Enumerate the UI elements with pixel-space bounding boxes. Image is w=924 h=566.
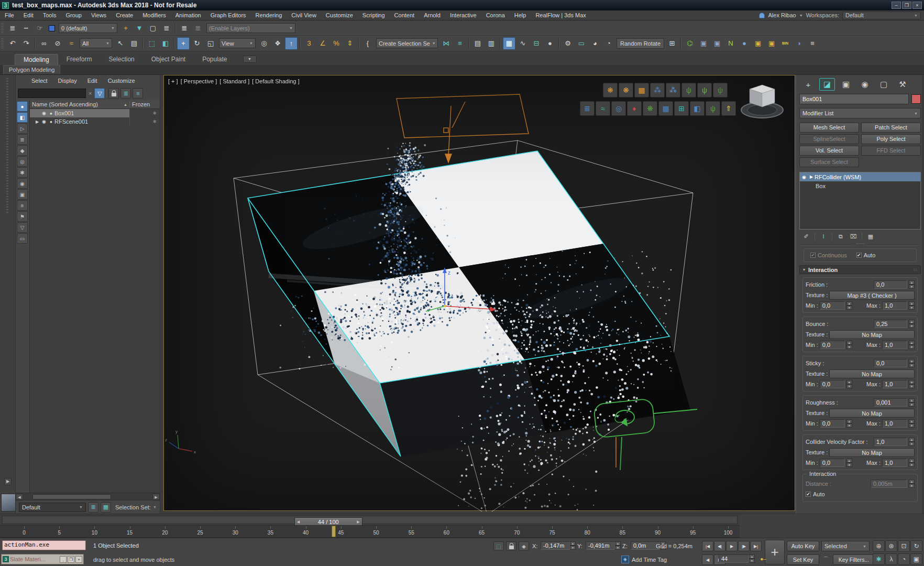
close-button[interactable]: × (912, 2, 922, 9)
selection-filter-dropdown[interactable]: All▼ (80, 38, 112, 48)
orbit-icon[interactable]: ↻ (910, 540, 922, 552)
hierarchy-tab-icon[interactable]: ▣ (838, 78, 854, 91)
view-cube[interactable] (738, 79, 786, 123)
ribbon-tab-object-paint[interactable]: Object Paint (143, 54, 194, 65)
menu-customize[interactable]: Customize (321, 10, 358, 20)
menu-help[interactable]: Help (510, 10, 531, 20)
filter-list-icon[interactable]: ≡ (17, 200, 28, 211)
maximize-button[interactable]: ❐ (902, 2, 911, 9)
rf-mesh-icon[interactable]: ▦ (658, 101, 673, 116)
filter-container-icon[interactable]: ▭ (17, 233, 28, 244)
menu-modifiers[interactable]: Modifiers (138, 10, 171, 20)
render-iterative-icon[interactable]: ◔ (602, 37, 615, 50)
rf-fill-icon[interactable]: ◧ (690, 101, 705, 116)
distance-field[interactable]: 0,005m (871, 480, 907, 488)
menu-tools[interactable]: Tools (38, 10, 61, 20)
select-and-link-icon[interactable]: ∞ (38, 37, 50, 50)
menu-scripting[interactable]: Scripting (358, 10, 390, 20)
realflow-mxw-import-icon[interactable]: ▣ (765, 37, 778, 50)
texture-button[interactable]: No Map (829, 330, 915, 339)
ribbon-more-dropdown[interactable]: ▼ (243, 56, 257, 63)
explorer-menu-customize[interactable]: Customize (103, 78, 140, 84)
spinner-snap-icon[interactable]: ⇕ (344, 37, 356, 50)
render-production-icon[interactable]: ◕ (589, 37, 601, 50)
play-button[interactable]: ▶ (726, 541, 738, 551)
enable-layers-dropdown[interactable]: (Enable Layers)▼ (206, 23, 295, 33)
emitter-plane-gizmo[interactable] (397, 94, 529, 162)
collapse-tree-icon[interactable]: ≡ (133, 88, 143, 99)
corona-icon[interactable]: ◑ (793, 37, 805, 50)
value-field[interactable]: 0,0 (874, 359, 907, 367)
table-header[interactable]: Name (Sorted Ascending) ▲ Frozen (30, 100, 160, 109)
filter-shapes-icon[interactable]: ▷ (17, 123, 28, 134)
configure-modifier-sets-icon[interactable]: ▦ (865, 232, 876, 241)
show-end-result-icon[interactable]: Ⅰ (818, 232, 829, 241)
filter-flag-icon[interactable]: ⚑ (17, 211, 28, 222)
y-coordinate-field[interactable]: -0,491m▲▼ (586, 541, 621, 550)
value-field[interactable]: 0,0 (874, 280, 907, 289)
auto-checkbox[interactable]: ✔ Auto (856, 252, 876, 258)
toggle-layer-explorer-icon[interactable]: ▥ (485, 37, 498, 50)
ribbon-tab-freeform[interactable]: Freeform (58, 54, 101, 65)
uv-grid-icon[interactable]: ⊞ (666, 37, 678, 50)
key-mode-toggle-icon[interactable]: ●– (758, 554, 768, 564)
go-to-end-button[interactable]: ▶| (750, 541, 762, 551)
track-bar[interactable]: 0510152025303540455055606570758085909510… (0, 525, 740, 538)
rf-export-up-icon[interactable]: ⇑ (721, 101, 736, 116)
realflow-mxs-import-icon[interactable]: ▣ (711, 37, 723, 50)
layer-manager-icon[interactable]: ≣ (6, 22, 19, 35)
field-of-view-icon[interactable]: ◔ (898, 553, 910, 565)
next-frame-button[interactable]: |▶ (738, 541, 750, 551)
walk-through-icon[interactable]: λ (885, 553, 897, 565)
rf-particles-alt-icon[interactable]: ⁂ (666, 83, 680, 97)
menu-file[interactable]: File (0, 10, 19, 20)
selection-lock-region-icon[interactable]: ⬚ (493, 541, 504, 551)
maxscript-mini-listener[interactable]: actionMan.exe (2, 540, 86, 550)
motion-tab-icon[interactable]: ◉ (857, 78, 873, 91)
menu-group[interactable]: Group (61, 10, 86, 20)
table-row-box001[interactable]: ◉●Box001❄ (30, 109, 160, 117)
default-tangent-icon[interactable]: ⌒ (821, 556, 831, 564)
maximize-viewport-toggle-icon[interactable]: ▣ (910, 553, 922, 565)
undo-icon[interactable]: ↶ (6, 37, 19, 50)
parameter-collector-icon[interactable]: ≡ (806, 37, 819, 50)
filter-funnel-icon[interactable]: ▽ (94, 88, 105, 99)
bind-to-space-warp-icon[interactable]: ≈ (65, 37, 78, 50)
rollout-splitter[interactable] (800, 244, 920, 245)
rf-grass-icon[interactable]: ψ (681, 83, 696, 97)
viewport-label-segment-2[interactable]: [ Standard ] (219, 78, 249, 84)
realflow-mxs-export-icon[interactable]: ▣ (697, 37, 710, 50)
rf-magnify-icon[interactable]: ◎ (611, 101, 626, 116)
modifier-list-dropdown[interactable]: Modifier List▼ (799, 108, 921, 118)
workspace-dropdown[interactable]: Default▼ (842, 12, 921, 19)
filter-materials-icon[interactable]: ◆ (17, 145, 28, 156)
move-gizmo[interactable]: z (426, 267, 496, 312)
current-frame-field[interactable]: 44▲▼ (719, 554, 755, 563)
hand-icon[interactable]: ☞ (34, 22, 46, 35)
value-field[interactable]: 1,0 (874, 438, 907, 446)
filter-expand-icon[interactable]: ▽ (17, 222, 28, 233)
value-spinner[interactable]: ▲▼ (909, 359, 915, 367)
toggle-ribbon-icon[interactable]: ▦ (503, 37, 515, 50)
menu-corona[interactable]: Corona (481, 10, 510, 20)
max-field[interactable]: 1,0 (882, 301, 907, 310)
rf-plant-icon[interactable]: ψ (706, 101, 720, 116)
select-and-manipulate-icon[interactable]: ❖ (271, 37, 284, 50)
menu-content[interactable]: Content (390, 10, 420, 20)
zoom-all-icon[interactable]: ⊛ (885, 540, 897, 552)
add-selection-to-layer-icon[interactable]: ▼ (133, 22, 146, 35)
toggle-scene-explorer-icon[interactable]: ▤ (471, 37, 484, 50)
max-field[interactable]: 1,0 (882, 459, 907, 467)
redo-icon[interactable]: ↷ (20, 37, 32, 50)
daemon-gizmo[interactable] (593, 398, 697, 470)
keyboard-shortcut-override-icon[interactable]: ↑ (285, 37, 298, 50)
max-field[interactable]: 1,0 (882, 419, 907, 428)
min-field[interactable]: 0,0 (820, 419, 845, 428)
key-filters-button[interactable]: Key Filters... (833, 554, 875, 565)
menu-graph-editors[interactable]: Graph Editors (206, 10, 251, 20)
previous-frame-button[interactable]: ◀| (714, 541, 725, 551)
percent-snap-icon[interactable]: % (330, 37, 343, 50)
material-editor-icon[interactable]: ● (544, 37, 556, 50)
use-pivot-center-icon[interactable]: ◎ (258, 37, 270, 50)
stack-item-rfcollider-wsm-[interactable]: ◉▶RFCollider (WSM) (800, 172, 920, 181)
